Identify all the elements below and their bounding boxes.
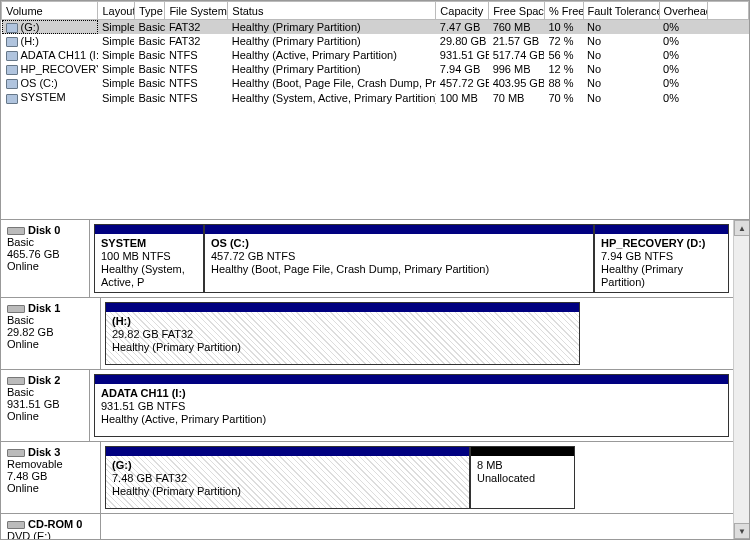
cell: 7.94 GB [436, 62, 489, 76]
cell: 0% [659, 48, 708, 62]
disk-type: Basic [7, 314, 34, 326]
partition-body: OS (C:)457.72 GB NTFSHealthy (Boot, Page… [205, 234, 593, 292]
cell: Simple [98, 90, 135, 104]
cell: Healthy (Primary Partition) [228, 20, 436, 35]
cell [708, 48, 749, 62]
column-header[interactable]: Status [228, 2, 436, 20]
volume-row[interactable]: (G:)SimpleBasicFAT32Healthy (Primary Par… [2, 20, 749, 35]
partition[interactable]: ADATA CH11 (I:)931.51 GB NTFSHealthy (Ac… [94, 374, 729, 437]
cell: Healthy (Primary Partition) [228, 62, 436, 76]
partition-body: SYSTEM100 MB NTFSHealthy (System, Active… [95, 234, 203, 292]
disk-id: Disk 0 [28, 224, 60, 236]
cell: 0% [659, 20, 708, 35]
disk-info[interactable]: Disk 3Removable7.48 GBOnline [1, 442, 101, 513]
disk-canvas: ADATA CH11 (I:)931.51 GB NTFSHealthy (Ac… [90, 370, 733, 441]
disk-info[interactable]: Disk 1Basic29.82 GBOnline [1, 298, 101, 369]
column-header[interactable]: File System [165, 2, 228, 20]
disk-info[interactable]: Disk 2Basic931.51 GBOnline [1, 370, 90, 441]
cell: FAT32 [165, 20, 228, 35]
volume-row[interactable]: SYSTEMSimpleBasicNTFSHealthy (System, Ac… [2, 90, 749, 104]
column-header[interactable]: Capacity [436, 2, 489, 20]
column-header[interactable]: Type [134, 2, 164, 20]
volume-row[interactable]: ADATA CH11 (I:)SimpleBasicNTFSHealthy (A… [2, 48, 749, 62]
partition-sub: 457.72 GB NTFS [211, 250, 295, 262]
cell: 7.47 GB [436, 20, 489, 35]
cell [708, 34, 749, 48]
partition-sub: 7.48 GB FAT32 [112, 472, 187, 484]
cell: Basic [134, 20, 164, 35]
scroll-down-button[interactable]: ▼ [734, 523, 750, 539]
scroll-up-button[interactable]: ▲ [734, 220, 750, 236]
column-header[interactable]: Overhead [659, 2, 708, 20]
disk-type: Basic [7, 386, 34, 398]
disk-size: 931.51 GB [7, 398, 60, 410]
disk-state: Online [7, 260, 39, 272]
cell: Basic [134, 62, 164, 76]
cell [708, 90, 749, 104]
cell: SYSTEM [2, 90, 98, 104]
disk-row: CD-ROM 0DVD (E:) [1, 514, 733, 540]
disk-icon [7, 449, 25, 457]
column-header[interactable] [708, 2, 749, 20]
cell: 72 % [544, 34, 583, 48]
partition[interactable]: (G:)7.48 GB FAT32Healthy (Primary Partit… [105, 446, 470, 509]
partition-status: Healthy (System, Active, P [101, 263, 185, 288]
cell: (H:) [2, 34, 98, 48]
disk-state: Online [7, 410, 39, 422]
partition[interactable]: 8 MBUnallocated [470, 446, 575, 509]
disk-size: 7.48 GB [7, 470, 47, 482]
volume-row[interactable]: HP_RECOVERY (D:)SimpleBasicNTFSHealthy (… [2, 62, 749, 76]
cell: No [583, 48, 659, 62]
partition-bar [106, 303, 579, 312]
cell: ADATA CH11 (I:) [2, 48, 98, 62]
cell: 70 % [544, 90, 583, 104]
disk-canvas: (G:)7.48 GB FAT32Healthy (Primary Partit… [101, 442, 733, 513]
cell: 931.51 GB [436, 48, 489, 62]
column-header[interactable]: Layout [98, 2, 135, 20]
cell: (G:) [2, 20, 98, 35]
vertical-scrollbar[interactable]: ▲ ▼ [733, 220, 749, 539]
column-header[interactable]: Free Space [489, 2, 545, 20]
disk-row: Disk 2Basic931.51 GBOnlineADATA CH11 (I:… [1, 370, 733, 442]
cell: Simple [98, 76, 135, 90]
cell [708, 76, 749, 90]
cell [708, 62, 749, 76]
cell: 56 % [544, 48, 583, 62]
cell: 21.57 GB [489, 34, 545, 48]
partition[interactable]: OS (C:)457.72 GB NTFSHealthy (Boot, Page… [204, 224, 594, 293]
cell: Basic [134, 90, 164, 104]
partition-sub: 7.94 GB NTFS [601, 250, 673, 262]
partition-status: Healthy (Boot, Page File, Crash Dump, Pr… [211, 263, 489, 275]
cell: Simple [98, 48, 135, 62]
cell: OS (C:) [2, 76, 98, 90]
column-header[interactable]: % Free [544, 2, 583, 20]
partition-status: Unallocated [477, 472, 535, 484]
partition-title: (H:) [112, 315, 131, 327]
disk-icon [7, 521, 25, 529]
cell: Simple [98, 62, 135, 76]
cell: 760 MB [489, 20, 545, 35]
column-header[interactable]: Fault Tolerance [583, 2, 659, 20]
cell: Simple [98, 20, 135, 35]
disk-info[interactable]: CD-ROM 0DVD (E:) [1, 514, 101, 540]
partition-sub: 29.82 GB FAT32 [112, 328, 193, 340]
disk-state: Online [7, 338, 39, 350]
partition-bar [95, 225, 203, 234]
column-header[interactable]: Volume [2, 2, 98, 20]
volume-list-pane[interactable]: VolumeLayoutTypeFile SystemStatusCapacit… [0, 0, 750, 220]
cell: Healthy (System, Active, Primary Partiti… [228, 90, 436, 104]
partition[interactable]: SYSTEM100 MB NTFSHealthy (System, Active… [94, 224, 204, 293]
cell: Basic [134, 34, 164, 48]
volume-row[interactable]: (H:)SimpleBasicFAT32Healthy (Primary Par… [2, 34, 749, 48]
disk-canvas: (H:)29.82 GB FAT32Healthy (Primary Parti… [101, 298, 733, 369]
cell: Basic [134, 48, 164, 62]
disk-type: Basic [7, 236, 34, 248]
disk-state: Online [7, 482, 39, 494]
volume-row[interactable]: OS (C:)SimpleBasicNTFSHealthy (Boot, Pag… [2, 76, 749, 90]
volume-table: VolumeLayoutTypeFile SystemStatusCapacit… [1, 1, 749, 105]
disk-graphic-pane[interactable]: Disk 0Basic465.76 GBOnlineSYSTEM100 MB N… [0, 220, 750, 540]
partition[interactable]: HP_RECOVERY (D:)7.94 GB NTFSHealthy (Pri… [594, 224, 729, 293]
partition[interactable]: (H:)29.82 GB FAT32Healthy (Primary Parti… [105, 302, 580, 365]
disk-info[interactable]: Disk 0Basic465.76 GBOnline [1, 220, 90, 297]
disk-icon [7, 227, 25, 235]
